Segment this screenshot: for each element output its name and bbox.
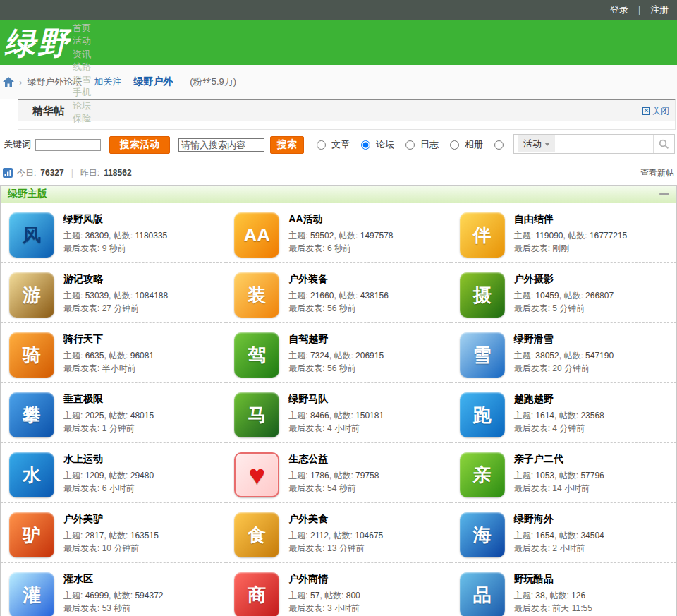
forum-stats: 主题: 2025, 帖数: 48015 <box>63 409 154 422</box>
radio-input-3[interactable] <box>405 140 415 150</box>
search-button[interactable]: 搜索 <box>270 136 304 154</box>
forum-title[interactable]: 自由结伴 <box>514 213 628 226</box>
parent-child-icon[interactable]: 亲 <box>460 452 505 497</box>
forum-last-post: 最后发表: 4 分钟前 <box>514 422 604 435</box>
forum-title[interactable]: 垂直极限 <box>63 393 154 406</box>
outdoor-beauty-icon[interactable]: 驴 <box>9 512 54 557</box>
radio-input-5[interactable] <box>494 140 504 150</box>
map-scroll-icon[interactable]: 游 <box>9 272 54 318</box>
forum-last-post: 最后发表: 10 分钟前 <box>63 542 159 555</box>
forum-last-post: 最后发表: 6 小时前 <box>63 482 154 495</box>
collapse-button[interactable] <box>659 193 669 195</box>
register-link[interactable]: 注册 <box>650 4 669 16</box>
skier-icon[interactable]: 雪 <box>460 332 505 378</box>
forum-title[interactable]: 生态公益 <box>288 453 379 466</box>
chat-bubbles-icon[interactable]: 装 <box>234 272 279 318</box>
forum-title[interactable]: 游记攻略 <box>63 273 168 286</box>
forum-cell: 驴 户外美驴 主题: 2817, 帖数: 163515 最后发表: 10 分钟前 <box>1 503 226 563</box>
radio-input-1[interactable] <box>317 140 326 150</box>
view-new-posts-link[interactable]: 查看新帖 <box>640 167 674 179</box>
today-label: 今日: <box>17 167 36 179</box>
heart-icon[interactable]: ♥ <box>234 452 279 497</box>
forum-title[interactable]: 骑行天下 <box>63 333 154 346</box>
handshake-icon[interactable]: 伴 <box>460 212 505 258</box>
site-header: 绿野 首页活动资讯线路滑雪手机论坛保险 <box>0 20 677 65</box>
forum-title[interactable]: 灌水区 <box>63 573 163 586</box>
topbar-divider: | <box>638 5 640 15</box>
horse-icon[interactable]: 马 <box>234 392 279 437</box>
radio-option-3[interactable]: 日志 <box>405 138 439 151</box>
radio-option-1[interactable]: 文章 <box>317 138 350 151</box>
nav-item-4[interactable]: 线路 <box>73 61 91 73</box>
radio-input-4[interactable] <box>450 140 459 150</box>
forum-last-post: 最后发表: 20 分钟前 <box>514 362 614 375</box>
forum-cell: 伴 自由结伴 主题: 119090, 帖数: 16777215 最后发表: 刚刚 <box>451 203 676 263</box>
forum-title[interactable]: 户外装备 <box>288 273 388 286</box>
search-type-radios: 文章论坛日志相册 <box>317 138 520 151</box>
runner-icon[interactable]: 跑 <box>460 392 505 437</box>
site-logo[interactable]: 绿野 <box>4 23 71 64</box>
forum-stats: 主题: 6635, 帖数: 96081 <box>63 349 154 362</box>
yesterday-label: 昨日: <box>80 167 99 179</box>
home-icon[interactable] <box>3 77 14 87</box>
forum-last-post: 最后发表: 13 分钟前 <box>288 542 383 555</box>
search-bar: 关键词 搜索活动 搜索 文章论坛日志相册 活动 <box>0 130 677 159</box>
forum-last-post: 最后发表: 前天 11:55 <box>514 602 592 615</box>
forum-title[interactable]: 户外美驴 <box>63 513 159 526</box>
forum-title[interactable]: 水上运动 <box>63 453 154 466</box>
nav-item-2[interactable]: 活动 <box>73 35 91 47</box>
forum-title[interactable]: 自驾越野 <box>288 333 384 346</box>
car-icon[interactable]: 驾 <box>234 332 279 378</box>
digest-panel: 精华帖 ✕ 关闭 <box>18 99 676 130</box>
food-icon[interactable]: 食 <box>234 512 279 557</box>
forum-name-link[interactable]: 绿野户外 <box>133 76 173 88</box>
palm-tree-icon[interactable]: 摄 <box>460 272 505 318</box>
forum-title[interactable]: 越跑越野 <box>514 393 604 406</box>
nav-item-5[interactable]: 滑雪 <box>73 73 91 86</box>
forum-title[interactable]: 亲子户二代 <box>514 453 604 466</box>
forum-title[interactable]: 绿野滑雪 <box>514 333 614 346</box>
waves-icon[interactable]: 灌 <box>9 572 54 616</box>
aa-activity-icon[interactable]: AA <box>234 212 279 258</box>
close-button[interactable]: ✕ 关闭 <box>642 105 669 117</box>
magnifier-button[interactable] <box>653 135 674 153</box>
nav-item-6[interactable]: 手机 <box>73 86 91 99</box>
search-input[interactable] <box>178 138 264 152</box>
climber-icon[interactable]: 攀 <box>9 392 54 437</box>
radio-option-4[interactable]: 相册 <box>450 138 483 151</box>
search-activity-button[interactable]: 搜索活动 <box>109 136 170 154</box>
digest-title: 精华帖 <box>32 104 64 118</box>
surfer-icon[interactable]: 水 <box>9 452 54 497</box>
forum-title[interactable]: 户外美食 <box>288 513 383 526</box>
forum-title[interactable]: 绿野风版 <box>63 213 167 226</box>
forum-cell: 灌 灌水区 主题: 46999, 帖数: 594372 最后发表: 53 秒前 <box>1 563 226 616</box>
nav-item-3[interactable]: 资讯 <box>73 48 91 61</box>
cyclist-icon[interactable]: 骑 <box>9 332 54 378</box>
globe-icon[interactable]: 品 <box>460 572 505 616</box>
radio-input-2[interactable] <box>361 140 370 150</box>
forum-title[interactable]: 绿野海外 <box>514 513 604 526</box>
forum-last-post: 最后发表: 1 分钟前 <box>63 422 154 435</box>
bar-chart-icon <box>3 168 13 178</box>
radio-option-2[interactable]: 论坛 <box>361 138 394 151</box>
ship-icon[interactable]: 海 <box>460 512 505 557</box>
forum-title[interactable]: 绿野马队 <box>288 393 384 406</box>
nav-item-8[interactable]: 保险 <box>73 112 91 125</box>
radio-option-5[interactable] <box>494 140 509 150</box>
forum-cell: 马 绿野马队 主题: 8466, 帖数: 150181 最后发表: 4 小时前 <box>226 383 451 443</box>
forum-title[interactable]: 户外摄影 <box>514 273 614 286</box>
login-link[interactable]: 登录 <box>610 4 628 16</box>
wind-icon[interactable]: 风 <box>9 212 54 258</box>
keyword-input[interactable] <box>35 139 101 151</box>
shop-icon[interactable]: 商 <box>234 572 279 616</box>
follow-button[interactable]: 加关注 <box>94 76 121 88</box>
forum-title[interactable]: AA活动 <box>288 213 393 226</box>
search-icon <box>659 139 669 150</box>
today-count: 76327 <box>40 168 63 178</box>
nav-item-7[interactable]: 论坛 <box>73 99 91 112</box>
forum-cell: 装 户外装备 主题: 21660, 帖数: 438156 最后发表: 56 秒前 <box>226 263 451 323</box>
type-dropdown[interactable]: 活动 <box>518 135 555 152</box>
nav-item-1[interactable]: 首页 <box>73 22 91 35</box>
forum-title[interactable]: 野玩酷品 <box>514 573 592 586</box>
forum-title[interactable]: 户外商情 <box>288 573 360 586</box>
